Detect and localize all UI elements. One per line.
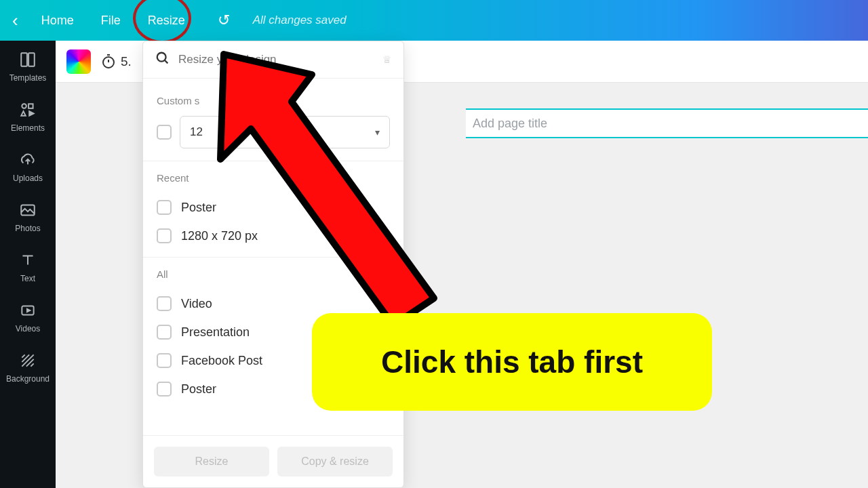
copy-resize-button[interactable]: Copy & resize xyxy=(277,447,393,476)
color-picker[interactable] xyxy=(66,49,91,74)
videos-icon xyxy=(18,301,37,320)
custom-width-value: 12 xyxy=(190,125,203,139)
svg-point-2 xyxy=(22,104,26,108)
photos-icon xyxy=(18,201,37,220)
sidebar-item-text[interactable]: Text xyxy=(18,251,37,283)
option-label: Presentation xyxy=(181,325,250,340)
text-icon xyxy=(18,251,37,270)
custom-size-label: Custom s xyxy=(157,95,390,106)
elements-icon xyxy=(18,100,37,119)
option-checkbox[interactable] xyxy=(157,353,172,368)
timer-control[interactable]: 5. xyxy=(100,54,132,70)
svg-point-7 xyxy=(157,53,166,62)
option-checkbox[interactable] xyxy=(157,325,172,340)
svg-rect-0 xyxy=(21,53,27,66)
custom-size-checkbox[interactable] xyxy=(157,125,172,140)
all-label: All xyxy=(157,268,390,280)
uploads-icon xyxy=(18,150,37,169)
custom-size-input[interactable]: 12 ▾ xyxy=(180,116,390,148)
resize-option-poster[interactable]: Poster xyxy=(157,193,390,222)
option-checkbox[interactable] xyxy=(157,200,172,215)
resize-dropdown-panel: ♕ Custom s 12 ▾ Recent Poster 868 x 488… xyxy=(142,41,404,488)
sidebar-item-background[interactable]: Background xyxy=(6,351,50,384)
templates-icon xyxy=(18,50,37,69)
sidebar-label: Elements xyxy=(11,123,45,133)
sidebar-item-photos[interactable]: Photos xyxy=(15,201,40,233)
option-label: Video xyxy=(181,297,212,311)
back-icon[interactable]: ‹ xyxy=(12,10,18,31)
crown-icon: ♕ xyxy=(382,54,391,66)
background-icon xyxy=(18,351,37,370)
left-sidebar: Templates Elements Uploads Photos Text V… xyxy=(0,41,56,488)
top-menu-bar: ‹ Home File Resize ↺ All changes saved xyxy=(0,0,868,41)
option-label: 868 x 488 px xyxy=(181,229,258,243)
sidebar-label: Background xyxy=(6,374,50,384)
resize-menu[interactable]: Resize xyxy=(144,8,189,33)
save-status: All changes saved xyxy=(253,14,347,27)
sidebar-item-elements[interactable]: Elements xyxy=(11,100,45,133)
page-title-placeholder: Add page title xyxy=(473,117,547,131)
option-label: Poster xyxy=(181,382,216,396)
sidebar-label: Uploads xyxy=(13,174,43,183)
resize-option-868x488[interactable]: 868 x 488 px xyxy=(157,222,390,250)
sidebar-label: Templates xyxy=(9,73,47,83)
sidebar-label: Videos xyxy=(16,324,40,333)
option-checkbox[interactable] xyxy=(157,382,172,396)
option-label: Facebook Post xyxy=(181,354,262,368)
callout-text: Click this tab first xyxy=(381,344,643,380)
sidebar-item-uploads[interactable]: Uploads xyxy=(13,150,43,183)
option-label: Poster xyxy=(181,201,216,215)
home-menu[interactable]: Home xyxy=(37,8,78,33)
resize-search-input[interactable] xyxy=(178,53,374,66)
svg-rect-3 xyxy=(28,104,33,108)
option-checkbox[interactable] xyxy=(157,296,172,311)
sidebar-label: Photos xyxy=(15,224,40,233)
divider xyxy=(143,257,403,258)
divider xyxy=(143,161,403,161)
sidebar-item-templates[interactable]: Templates xyxy=(9,50,47,83)
search-icon xyxy=(155,51,170,68)
recent-label: Recent xyxy=(157,172,390,184)
sidebar-item-videos[interactable]: Videos xyxy=(16,301,40,333)
svg-rect-1 xyxy=(28,53,35,66)
timer-value: 5. xyxy=(121,54,132,69)
file-menu[interactable]: File xyxy=(97,8,125,33)
annotation-callout: Click this tab first xyxy=(312,313,712,411)
option-checkbox[interactable] xyxy=(157,228,172,243)
sidebar-label: Text xyxy=(20,274,35,283)
resize-button[interactable]: Resize xyxy=(154,447,269,476)
stopwatch-icon xyxy=(100,54,117,70)
page-title-input[interactable]: Add page title xyxy=(466,108,868,138)
chevron-down-icon: ▾ xyxy=(375,127,380,138)
undo-icon[interactable]: ↺ xyxy=(218,12,230,29)
